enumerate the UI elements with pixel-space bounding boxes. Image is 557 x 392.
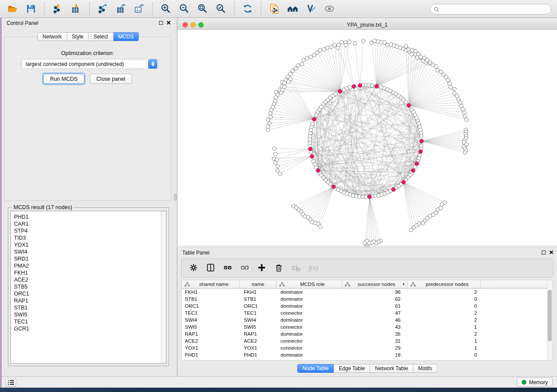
export-network-icon[interactable]: [97, 3, 108, 14]
scrollbar-thumb[interactable]: [548, 290, 552, 341]
column-header[interactable]: MCDS role: [277, 280, 342, 288]
tab-network-table[interactable]: Network Table: [370, 364, 413, 373]
tab-network[interactable]: Network: [37, 32, 67, 41]
import-network-icon[interactable]: [52, 3, 63, 14]
search-box[interactable]: [430, 4, 551, 14]
network-window-titlebar[interactable]: YPA_prune.txt_1: [177, 20, 557, 30]
column-type-icon: [410, 282, 416, 287]
table-panel-title: Table Panel: [182, 250, 210, 256]
table-row[interactable]: ORC1ORC1dominator610: [182, 303, 547, 309]
mcds-result-list[interactable]: PHD1CAR1STP4TID3YOX1SWI4SRD1PMA2FKH1ACE2…: [10, 211, 166, 364]
task-history-button[interactable]: [6, 378, 16, 387]
vertical-splitter[interactable]: [174, 18, 177, 376]
status-bar: Memory: [2, 376, 557, 388]
float-panel-icon[interactable]: [542, 251, 546, 254]
refresh-network-icon[interactable]: [242, 3, 253, 14]
open-session-icon[interactable]: [7, 3, 18, 14]
delete-column-icon[interactable]: [274, 263, 284, 273]
mcds-result-item[interactable]: CAR1: [11, 220, 166, 227]
mcds-result-item[interactable]: SWI5: [11, 311, 166, 318]
column-header[interactable]: shared name: [182, 280, 240, 288]
first-neighbors-icon[interactable]: [287, 3, 298, 14]
table-row[interactable]: SWI5SWI5connector431: [182, 323, 547, 330]
float-panel-icon[interactable]: [159, 21, 163, 25]
mcds-result-item[interactable]: STP4: [11, 227, 166, 234]
close-panel-button[interactable]: Close panel: [90, 74, 132, 84]
zoom-fit-icon[interactable]: [197, 3, 208, 14]
result-list-scrollbar[interactable]: [161, 211, 166, 363]
export-image-icon[interactable]: [134, 3, 145, 14]
optimization-criterion-select[interactable]: largest connected component (undirected): [21, 59, 158, 69]
tab-select[interactable]: Select: [89, 32, 113, 41]
table-row[interactable]: FKH1FKH1dominator962: [182, 289, 547, 296]
close-panel-icon[interactable]: [166, 21, 171, 25]
control-panel: Control Panel Network Style Select MCDS …: [2, 18, 174, 376]
clone-network-icon[interactable]: [269, 3, 280, 14]
mcds-result-item[interactable]: FKH1: [11, 269, 166, 276]
toolbar-icon-group: [0, 2, 339, 15]
desktop-wallpaper: [0, 388, 557, 392]
mcds-result-item[interactable]: TID3: [11, 234, 166, 241]
table-body: FKH1FKH1dominator962STB1STB1dominator620…: [182, 289, 547, 360]
memory-label: Memory: [529, 379, 548, 385]
search-input[interactable]: [439, 5, 551, 14]
toolbar-separator: [89, 2, 90, 15]
tab-mcds[interactable]: MCDS: [113, 32, 138, 41]
mcds-result-item[interactable]: TEC1: [11, 318, 166, 325]
save-session-icon[interactable]: [25, 3, 37, 14]
column-header[interactable]: [481, 280, 547, 288]
table-row[interactable]: PHD1PHD1dominator180: [182, 351, 547, 358]
export-table-icon[interactable]: [115, 3, 127, 14]
column-header[interactable]: predecessor nodes: [408, 280, 481, 288]
memory-status-icon: [522, 380, 526, 385]
mcds-result-item[interactable]: YOX1: [11, 241, 166, 248]
search-icon: [434, 7, 439, 12]
column-layout-icon[interactable]: [206, 263, 216, 273]
table-scrollbar[interactable]: [547, 280, 553, 360]
zoom-selected-icon[interactable]: [215, 3, 227, 14]
hide-all-columns-icon[interactable]: [240, 263, 250, 273]
tab-style[interactable]: Style: [67, 32, 89, 41]
table-row[interactable]: RAP1RAP1dominator352: [182, 330, 547, 337]
column-header[interactable]: successor nodes▾: [342, 280, 408, 288]
mcds-result-group: MCDS result (17 nodes) PHD1CAR1STP4TID3Y…: [8, 207, 169, 366]
mcds-result-item[interactable]: ACE2: [11, 276, 166, 283]
function-builder-icon: f(x): [308, 263, 318, 273]
table-panel-header: Table Panel: [177, 248, 557, 258]
table-row[interactable]: SWI4SWI4dominator462: [182, 316, 547, 323]
mcds-result-item[interactable]: GCR1: [11, 325, 166, 332]
zoom-in-icon[interactable]: [160, 3, 172, 14]
run-mcds-button[interactable]: Run MCDS: [43, 74, 84, 84]
sort-indicator-icon[interactable]: ▾: [402, 282, 405, 286]
network-graph[interactable]: [177, 30, 557, 246]
mcds-result-item[interactable]: PMA2: [11, 262, 166, 269]
mcds-result-item[interactable]: PHD1: [11, 213, 166, 220]
close-panel-icon[interactable]: [549, 250, 554, 254]
tab-node-table[interactable]: Node Table: [297, 364, 334, 373]
splitter-handle[interactable]: [174, 194, 176, 200]
table-row[interactable]: STB1STB1dominator620: [182, 296, 547, 303]
create-column-icon[interactable]: [257, 263, 267, 273]
column-type-icon: [279, 282, 285, 287]
tab-edge-table[interactable]: Edge Table: [334, 364, 370, 373]
table-row[interactable]: ACE2ACE2connector311: [182, 337, 547, 344]
table-settings-icon[interactable]: [189, 263, 199, 273]
mcds-result-item[interactable]: ORC1: [11, 290, 166, 297]
tab-motifs[interactable]: Motifs: [413, 364, 437, 373]
annotation-pen-icon[interactable]: [305, 3, 317, 14]
toolbar-separator: [234, 2, 235, 15]
memory-button[interactable]: Memory: [517, 378, 553, 387]
mcds-result-item[interactable]: SRD1: [11, 255, 166, 262]
select-stepper-icon: [148, 59, 157, 69]
mcds-result-item[interactable]: RAP1: [11, 297, 166, 304]
column-header[interactable]: name: [240, 280, 277, 288]
mcds-result-item[interactable]: STB5: [11, 283, 166, 290]
network-canvas[interactable]: [177, 30, 557, 246]
zoom-out-icon[interactable]: [179, 3, 190, 14]
show-all-columns-icon[interactable]: [223, 263, 233, 273]
table-row[interactable]: TEC1TEC1connector472: [182, 309, 547, 316]
mcds-result-item[interactable]: SWI4: [11, 248, 166, 255]
table-row[interactable]: YOX1YOX1connector291: [182, 344, 547, 351]
import-table-icon[interactable]: [70, 3, 82, 14]
mcds-result-item[interactable]: STB1: [11, 304, 166, 311]
